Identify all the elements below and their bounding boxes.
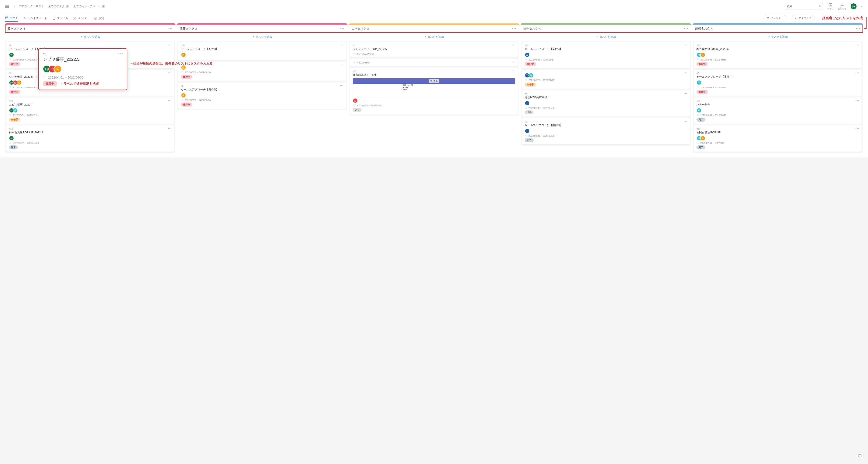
card-more-icon[interactable]: ••• bbox=[512, 44, 516, 47]
column-title: 山本タスク bbox=[351, 27, 366, 31]
card-more-icon[interactable]: ••• bbox=[684, 120, 688, 123]
card-more-icon[interactable]: ••• bbox=[856, 44, 860, 47]
add-task-button[interactable]: ＋ タスクを追加 bbox=[521, 33, 691, 41]
status-tag: 進行中 bbox=[525, 62, 536, 66]
column-more-icon[interactable]: ••• bbox=[168, 27, 173, 30]
notification-button[interactable]: お知らせ bbox=[838, 3, 846, 10]
help-button[interactable]: ヘルプ bbox=[827, 3, 834, 10]
task-id: #15 bbox=[696, 44, 859, 47]
list-icon bbox=[696, 86, 699, 89]
chevron-down-icon[interactable]: ▼ bbox=[861, 5, 863, 8]
card-more-icon[interactable]: ••• bbox=[168, 71, 172, 74]
task-title: シンジュクPOP UP_2022.5 bbox=[353, 47, 515, 51]
card-more-icon[interactable]: ••• bbox=[684, 44, 688, 47]
search-input[interactable] bbox=[787, 5, 819, 8]
column-more-icon[interactable]: ••• bbox=[340, 27, 345, 30]
task-card[interactable]: #16 ••• セールスアプローチ【案件B】 佐 bbox=[178, 42, 346, 60]
task-title: セールスアプローチ【案件F】 bbox=[696, 75, 859, 79]
date-range: 2022/04/01 ~ 2022/06/30 bbox=[700, 58, 726, 61]
card-more-icon[interactable]: ••• bbox=[340, 64, 344, 67]
tab-settings[interactable]: 設定 bbox=[94, 15, 104, 22]
task-title: セールスアプローチ【案件B】 bbox=[181, 47, 344, 51]
tab-gantt[interactable]: ガントチャート bbox=[23, 15, 47, 22]
card-more-icon[interactable]: ••• bbox=[856, 99, 860, 102]
nav-all-tasks[interactable]: 全てのタスク? bbox=[48, 4, 69, 8]
filter-button[interactable]: フィルター bbox=[764, 15, 786, 21]
task-card[interactable]: #6 ••• セールスアプローチ【案件D】 佐 2022/05/01 ~ 202… bbox=[178, 83, 346, 109]
svg-point-9 bbox=[74, 17, 75, 18]
card-more-icon[interactable]: ••• bbox=[856, 127, 860, 130]
card-more-icon[interactable]: ••• bbox=[340, 44, 344, 47]
date-range: /01 ~ 2022/06/17 bbox=[356, 53, 374, 55]
card-more-icon[interactable]: ••• bbox=[168, 127, 172, 130]
card-more-icon[interactable]: ••• bbox=[856, 71, 860, 74]
menu-icon[interactable] bbox=[5, 5, 9, 8]
column-more-icon[interactable]: ••• bbox=[684, 27, 689, 30]
task-card[interactable]: ••• ~ 2022/06/24 bbox=[350, 59, 518, 66]
task-card[interactable]: #7 ••• シンジュクPOP UP_2022.5 /01 ~ 2022/06/… bbox=[350, 42, 518, 57]
column-title: 田中タスク bbox=[523, 27, 538, 31]
card-more-icon[interactable]: ••• bbox=[512, 61, 516, 64]
task-card[interactable]: #15 ••• 名古屋百貨店催事_2022.6 高佐 2022/04/01 ~ … bbox=[694, 42, 862, 68]
task-card[interactable]: #17 ••• セールスアプローチ【案件G】 田 2022/03/01 ~ 20… bbox=[522, 118, 690, 144]
date-range: 2022/05/01 ~ 2022/05/31 bbox=[356, 104, 383, 107]
assignee-avatar: 佐 bbox=[700, 52, 705, 57]
card-more-icon[interactable]: ••• bbox=[684, 92, 688, 95]
card-more-icon[interactable]: ••• bbox=[684, 71, 688, 74]
task-id: #5 bbox=[696, 72, 859, 74]
task-title: 神戸百貨店POP UP_2022.4 bbox=[9, 130, 172, 134]
task-card[interactable]: #20 ••• バナー制作 高 2022/03/01 ~ 2022/04/22 … bbox=[694, 98, 862, 124]
task-card[interactable]: #12 ••• 経費精算メモ（5月） 山 2022/05/01 ~ 2022/0… bbox=[350, 68, 518, 114]
popup-more-icon[interactable]: ••• bbox=[118, 51, 124, 55]
add-task-button[interactable]: ＋ タスクを追加 bbox=[693, 33, 863, 41]
nav-project-list[interactable]: プロジェクトリスト bbox=[19, 4, 44, 8]
assignee-avatar: 佐 bbox=[54, 65, 62, 73]
user-avatar[interactable]: 鈴 bbox=[850, 3, 857, 9]
popup-status-tag: 進行中 bbox=[43, 81, 57, 86]
status-tag: 進行中 bbox=[181, 75, 192, 79]
task-card[interactable]: #5 ••• セールスアプローチ【案件F】 高 2022/05/01 ~ 202… bbox=[694, 70, 862, 96]
tab-board[interactable]: ボード bbox=[5, 14, 18, 22]
add-task-button[interactable]: ＋ タスクを追加 bbox=[177, 33, 347, 41]
task-card[interactable]: #18 ••• 神戸百貨店POP UP_2022.4 鈴 2022/02/01 … bbox=[6, 125, 174, 152]
date-range: 2022/05/26 ~ 2022/06/30 bbox=[13, 58, 39, 61]
date-range: 2022/03/01 ~ 2022/05/20 bbox=[528, 134, 555, 137]
card-more-icon[interactable]: ••• bbox=[168, 99, 172, 102]
column-header: 山本タスク 3 ••• bbox=[349, 25, 519, 33]
task-card[interactable]: ••• 田高 2022/06/20 ~ 2022/07/29 未着手 bbox=[522, 70, 690, 89]
tab-member[interactable]: メンバー bbox=[73, 15, 89, 22]
status-tag: メモ bbox=[353, 108, 362, 112]
mytask-button[interactable]: マイタスク bbox=[792, 15, 814, 21]
assignee-avatar: 高 bbox=[528, 73, 534, 78]
card-more-icon[interactable]: ••• bbox=[168, 44, 172, 47]
chevron-right-icon: › bbox=[14, 5, 15, 8]
assignee-avatar: 鈴 bbox=[9, 136, 14, 141]
status-tag: 完了 bbox=[525, 138, 534, 142]
card-more-icon[interactable]: ••• bbox=[512, 70, 516, 72]
add-task-button[interactable]: ＋ タスクを追加 bbox=[349, 33, 519, 41]
column-header: 鈴木タスク 4 ••• bbox=[5, 25, 175, 33]
task-card[interactable]: #19 ••• 福岡百貨店POP UP 高佐 2022/02/01 ~ 2022… bbox=[694, 125, 862, 152]
assignee-avatar: 田 bbox=[525, 52, 530, 57]
avatar-row: 高佐 bbox=[696, 136, 859, 141]
task-card[interactable]: #14 ••• セールスアプローチ【案件C】 田 2022/03/01 ~ 20… bbox=[522, 42, 690, 68]
task-card[interactable]: #4 ••• 週次MTG共有事項 田 2022/05/30 ~ 2022/06/… bbox=[522, 90, 690, 117]
avatar-row: 田 bbox=[525, 52, 687, 57]
popup-avatar-row: 鈴山佐 bbox=[43, 65, 59, 73]
date-range: 2022/03/01 ~ 2022/06/17 bbox=[528, 58, 555, 61]
card-more-icon[interactable]: ••• bbox=[340, 84, 344, 87]
nav-all-gantt[interactable]: 全てのガントチャート? bbox=[73, 4, 105, 8]
search-input-wrap[interactable] bbox=[785, 3, 823, 10]
assignee-avatar: 佐 bbox=[181, 65, 186, 70]
assignee-avatar: 佐 bbox=[181, 52, 186, 57]
task-id: #10 bbox=[9, 100, 172, 102]
add-task-button[interactable]: ＋ タスクを追加 bbox=[5, 33, 175, 41]
kanban-column: 田中タスク 4 ••• ＋ タスクを追加 #14 ••• セールスアプローチ【案… bbox=[521, 23, 691, 146]
task-card[interactable]: #10 ••• エビス催事_2022.7 鈴高 2022/06/01 ~ 202… bbox=[6, 98, 174, 124]
list-icon bbox=[525, 134, 527, 137]
tab-file[interactable]: ファイル bbox=[52, 15, 68, 22]
column-more-icon[interactable]: ••• bbox=[856, 27, 860, 30]
list-icon bbox=[696, 142, 699, 145]
column-more-icon[interactable]: ••• bbox=[512, 27, 517, 30]
task-title: 福岡百貨店POP UP bbox=[696, 130, 859, 134]
